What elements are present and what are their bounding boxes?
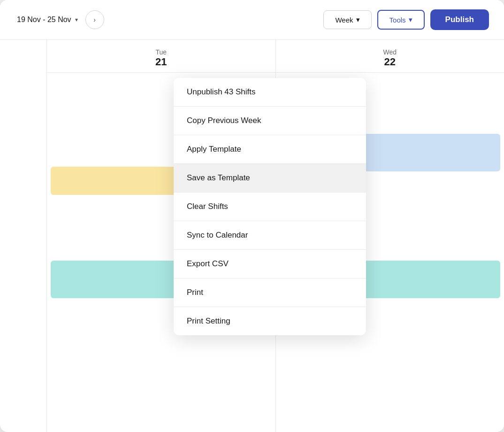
day-num-wed: 22 <box>384 56 396 68</box>
dropdown-item-sync-to-calendar[interactable]: Sync to Calendar <box>174 221 366 250</box>
nav-forward-button[interactable]: › <box>85 10 104 29</box>
col-header-wed: Wed 22 <box>276 40 504 73</box>
dropdown-item-export-csv[interactable]: Export CSV <box>174 250 366 278</box>
tools-label: Tools <box>389 16 406 24</box>
tools-dropdown-menu: Unpublish 43 Shifts Copy Previous Week A… <box>174 78 366 335</box>
tools-button[interactable]: Tools ▾ <box>377 10 425 30</box>
publish-label: Publish <box>445 15 474 24</box>
nav-forward-icon: › <box>93 16 96 23</box>
dropdown-item-clear-shifts[interactable]: Clear Shifts <box>174 193 366 221</box>
app-container: 19 Nov - 25 Nov ▾ › Week ▾ Tools ▾ Publi… <box>0 0 504 432</box>
dropdown-item-copy-previous-week[interactable]: Copy Previous Week <box>174 107 366 135</box>
day-num-tue: 21 <box>155 56 167 68</box>
date-range-chevron-icon: ▾ <box>75 16 78 23</box>
date-range-button[interactable]: 19 Nov - 25 Nov ▾ <box>15 12 80 28</box>
dropdown-item-print[interactable]: Print <box>174 278 366 307</box>
week-chevron-icon: ▾ <box>356 15 360 24</box>
date-range-label: 19 Nov - 25 Nov <box>17 15 71 24</box>
row-labels <box>0 40 47 432</box>
dropdown-item-unpublish[interactable]: Unpublish 43 Shifts <box>174 78 366 107</box>
week-label: Week <box>335 16 353 24</box>
day-name-wed: Wed <box>383 48 397 56</box>
dropdown-item-save-as-template[interactable]: Save as Template <box>174 164 366 193</box>
publish-button[interactable]: Publish <box>430 9 489 30</box>
dropdown-item-apply-template[interactable]: Apply Template <box>174 135 366 164</box>
col-header-tue: Tue 21 <box>47 40 275 73</box>
tools-chevron-icon: ▾ <box>409 15 412 24</box>
header: 19 Nov - 25 Nov ▾ › Week ▾ Tools ▾ Publi… <box>0 0 504 40</box>
calendar-area: Tue 21 Wed 22 <box>0 40 504 432</box>
week-button[interactable]: Week ▾ <box>323 10 371 29</box>
day-name-tue: Tue <box>155 48 167 56</box>
dropdown-item-print-setting[interactable]: Print Setting <box>174 307 366 335</box>
